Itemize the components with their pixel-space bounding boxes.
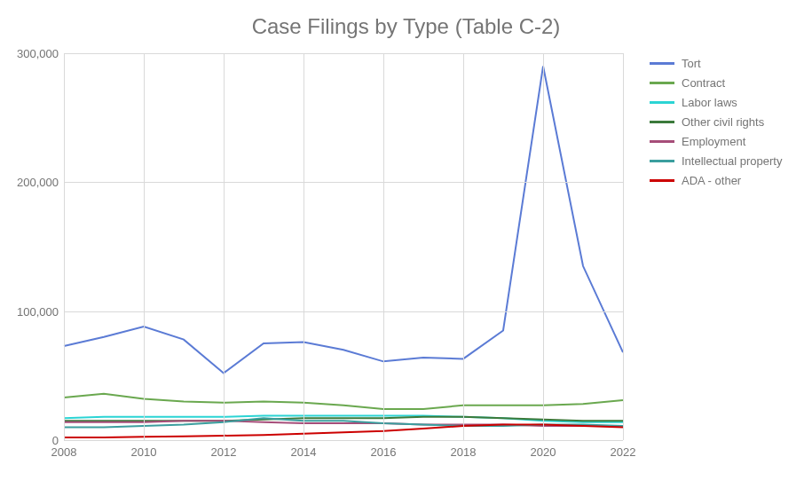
legend-label: Contract <box>682 76 725 90</box>
legend-swatch <box>650 62 674 65</box>
legend-label: Tort <box>682 57 701 70</box>
legend-item: Labor laws <box>650 92 782 112</box>
x-tick-label: 2008 <box>51 445 77 459</box>
legend-item: Tort <box>650 53 782 73</box>
series-line <box>64 394 623 409</box>
legend-swatch <box>650 121 674 123</box>
gridline-vertical <box>623 53 624 440</box>
y-tick-label: 300,000 <box>5 47 59 60</box>
legend-swatch <box>650 160 674 162</box>
x-tick-label: 2012 <box>211 445 237 459</box>
gridline-horizontal <box>64 53 623 54</box>
gridline-vertical <box>463 53 464 440</box>
y-tick-label: 100,000 <box>5 304 59 318</box>
chart-title: Case Filings by Type (Table C-2) <box>0 14 812 39</box>
legend-swatch <box>650 82 674 84</box>
legend-item: Employment <box>650 131 782 151</box>
legend-item: Contract <box>650 73 782 92</box>
x-tick-label: 2022 <box>611 445 636 459</box>
legend-swatch <box>650 140 674 143</box>
gridline-vertical <box>383 53 384 440</box>
legend-item: ADA - other <box>650 170 782 190</box>
x-tick-label: 2010 <box>131 445 157 459</box>
legend-swatch <box>650 179 674 182</box>
legend-label: Employment <box>682 135 745 148</box>
legend-label: ADA - other <box>682 174 741 187</box>
gridline-vertical <box>224 53 225 440</box>
legend: TortContractLabor lawsOther civil rights… <box>650 53 782 190</box>
gridline-horizontal <box>64 311 623 312</box>
plot-area <box>64 53 623 440</box>
y-tick-label: 0 <box>5 434 59 447</box>
chart-container: Case Filings by Type (Table C-2) TortCon… <box>0 0 812 504</box>
x-tick-label: 2014 <box>291 445 317 459</box>
gridline-vertical <box>304 53 304 440</box>
gridline-vertical <box>543 53 544 440</box>
gridline-horizontal <box>64 440 623 441</box>
legend-label: Intellectual property <box>682 154 782 168</box>
chart-svg <box>64 53 623 440</box>
series-line <box>64 67 623 374</box>
gridline-horizontal <box>64 182 623 183</box>
x-tick-label: 2020 <box>531 445 556 459</box>
gridline-vertical <box>64 53 65 440</box>
legend-item: Other civil rights <box>650 112 782 131</box>
x-tick-label: 2016 <box>371 445 397 459</box>
legend-item: Intellectual property <box>650 151 782 170</box>
legend-label: Labor laws <box>682 96 737 109</box>
y-tick-label: 200,000 <box>5 176 59 189</box>
x-tick-label: 2018 <box>451 445 477 459</box>
legend-swatch <box>650 101 674 104</box>
legend-label: Other civil rights <box>682 115 764 129</box>
gridline-vertical <box>144 53 145 440</box>
